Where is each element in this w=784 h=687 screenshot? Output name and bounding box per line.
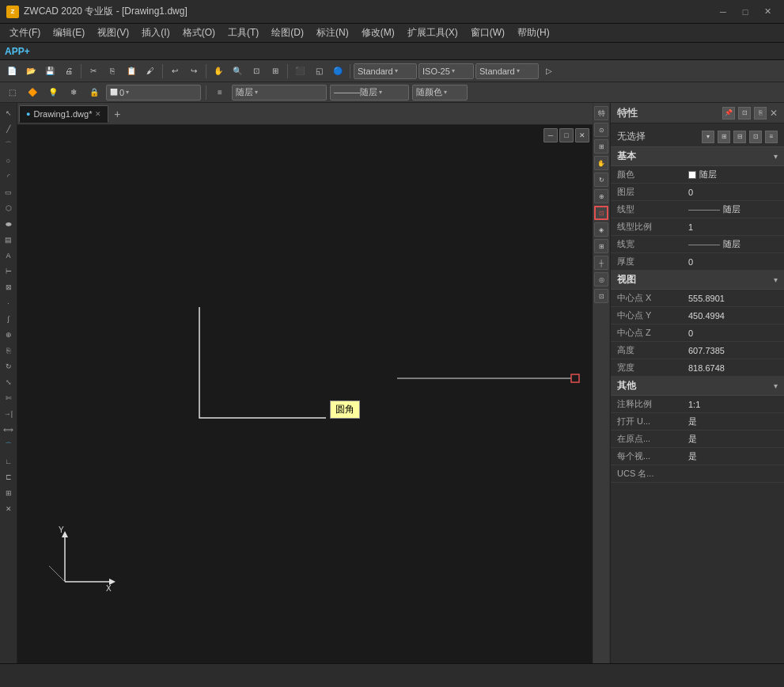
layer-lock[interactable]: 🔒	[85, 84, 103, 101]
lt-offset[interactable]: ⊏	[2, 470, 16, 484]
lt-mirror[interactable]: ⟺	[2, 423, 16, 437]
panel-close[interactable]: ✕	[770, 108, 778, 119]
menu-format[interactable]: 格式(O)	[176, 25, 222, 41]
select-all-btn[interactable]: ⊞	[718, 131, 730, 143]
lt-line[interactable]: ╱	[2, 122, 16, 136]
lt-text[interactable]: A	[2, 249, 16, 263]
undo-button[interactable]: ↩	[166, 63, 184, 80]
more-btn[interactable]: ▷	[540, 63, 558, 80]
lt-ellipse[interactable]: ⬬	[2, 217, 16, 231]
layer-match[interactable]: ≡	[211, 84, 229, 101]
lt-arc[interactable]: ◜	[2, 169, 16, 184]
zoom-extent[interactable]: ⊡	[248, 63, 265, 80]
menu-insert[interactable]: 插入(I)	[135, 25, 176, 41]
lt-circle[interactable]: ○	[2, 154, 16, 168]
panel-float[interactable]: ⊡	[738, 107, 751, 120]
rt-ortho[interactable]: ┼	[594, 256, 608, 270]
linetype-dropdown[interactable]: 随层 ▾	[232, 85, 327, 101]
paste-button[interactable]: 📋	[123, 63, 140, 80]
menu-extend[interactable]: 扩展工具(X)	[401, 25, 464, 41]
3dview[interactable]: ◱	[310, 63, 328, 80]
canvas-minimize[interactable]: ─	[543, 128, 558, 142]
lt-copy2[interactable]: ⎘	[2, 344, 16, 358]
menu-edit[interactable]: 编辑(E)	[47, 25, 91, 41]
lt-rotate[interactable]: ↻	[2, 359, 16, 374]
lt-move[interactable]: ⊕	[2, 328, 16, 342]
lt-rect[interactable]: ▭	[2, 185, 16, 199]
lt-polyline[interactable]: ⌒	[2, 138, 16, 152]
lt-chamfer[interactable]: ∟	[2, 454, 16, 469]
layer-freeze[interactable]: ❄	[65, 84, 82, 101]
panel-pin[interactable]: 📌	[722, 107, 735, 120]
clear-sel-btn[interactable]: ⊟	[733, 131, 746, 143]
lt-erase[interactable]: ✕	[2, 502, 16, 516]
app-plus-button[interactable]: APP+	[5, 46, 30, 57]
save-button[interactable]: 💾	[41, 63, 59, 80]
textstyle-dropdown[interactable]: Standard ▾	[475, 63, 539, 79]
dimstyle-dropdown[interactable]: ISO-25 ▾	[419, 63, 474, 79]
lt-select[interactable]: ↖	[2, 106, 16, 120]
panel-copy3[interactable]: ⎘	[754, 107, 767, 120]
rt-props[interactable]: 特	[594, 106, 608, 120]
section-basic[interactable]: 基本 ▾	[611, 147, 784, 166]
rt-rotate2[interactable]: ⊡	[594, 206, 608, 220]
print-button[interactable]: 🖨	[60, 63, 78, 80]
rt-orbit[interactable]: ↻	[594, 173, 608, 187]
rt-coord[interactable]: ⊕	[594, 189, 608, 203]
lt-scale[interactable]: ⤡	[2, 375, 16, 389]
menu-tools[interactable]: 工具(T)	[222, 25, 265, 41]
section-other[interactable]: 其他 ▾	[611, 377, 784, 396]
rt-pan[interactable]: ✋	[594, 156, 608, 170]
layer-on[interactable]: 💡	[44, 84, 62, 101]
pan-button[interactable]: ✋	[210, 63, 227, 80]
lt-extend[interactable]: →|	[2, 407, 16, 421]
lineweight-dropdown[interactable]: ———随层 ▾	[330, 85, 409, 101]
lt-polygon[interactable]: ⬡	[2, 201, 16, 215]
lt-fillet[interactable]: ⌒	[2, 438, 16, 453]
more-sel-btn[interactable]: ≡	[765, 131, 778, 143]
viewcube[interactable]: ⬛	[291, 63, 309, 80]
menu-modify[interactable]: 修改(M)	[355, 25, 401, 41]
lt-dim[interactable]: ⊢	[2, 264, 16, 279]
menu-draw[interactable]: 绘图(D)	[265, 25, 310, 41]
lt-point[interactable]: ·	[2, 296, 16, 310]
menu-view[interactable]: 视图(V)	[91, 25, 135, 41]
section-view[interactable]: 视图 ▾	[611, 271, 784, 290]
new-tab-button[interactable]: +	[108, 105, 126, 123]
cut-button[interactable]: ✂	[85, 63, 102, 80]
rt-osnap[interactable]: ⊡	[594, 289, 608, 303]
menu-window[interactable]: 窗口(W)	[464, 25, 511, 41]
zoom-window[interactable]: ⊞	[267, 63, 284, 80]
layer-props[interactable]: ⬚	[3, 84, 21, 101]
zoom-button[interactable]: 🔍	[229, 63, 246, 80]
rt-zoom[interactable]: ⊞	[594, 139, 608, 154]
copy-button[interactable]: ⎘	[104, 63, 121, 80]
menu-help[interactable]: 帮助(H)	[511, 25, 556, 41]
lt-spline[interactable]: ∫	[2, 312, 16, 326]
canvas-area[interactable]: ─ □ ✕ 圆角 Y X	[17, 125, 593, 663]
selection-down-arrow[interactable]: ▾	[702, 131, 714, 143]
close-button[interactable]: ✕	[757, 4, 778, 20]
canvas-close[interactable]: ✕	[575, 128, 589, 142]
drawing-tab[interactable]: ● Drawing1.dwg* ✕	[19, 105, 108, 123]
lt-trim[interactable]: ✄	[2, 391, 16, 405]
redo-button[interactable]: ↪	[185, 63, 203, 80]
canvas-restore[interactable]: □	[559, 128, 574, 142]
rt-snap[interactable]: ◈	[594, 222, 608, 237]
format-painter[interactable]: 🖌	[142, 63, 159, 80]
render[interactable]: 🔵	[329, 63, 347, 80]
lt-block[interactable]: ⊠	[2, 280, 16, 294]
rt-grid[interactable]: ⊞	[594, 239, 608, 253]
minimize-button[interactable]: ─	[713, 4, 733, 20]
open-button[interactable]: 📂	[22, 63, 40, 80]
new-button[interactable]: 📄	[3, 63, 21, 80]
menu-file[interactable]: 文件(F)	[3, 25, 47, 41]
rt-polar[interactable]: ◎	[594, 272, 608, 287]
layer-state[interactable]: 🔶	[24, 84, 41, 101]
style-dropdown[interactable]: Standard ▾	[354, 63, 417, 79]
lt-array[interactable]: ⊞	[2, 486, 16, 500]
lt-hatch[interactable]: ▤	[2, 233, 16, 247]
filter-sel-btn[interactable]: ⊡	[749, 131, 762, 143]
color-dropdown[interactable]: 随颜色 ▾	[412, 85, 468, 101]
tab-close-icon[interactable]: ✕	[95, 110, 101, 118]
